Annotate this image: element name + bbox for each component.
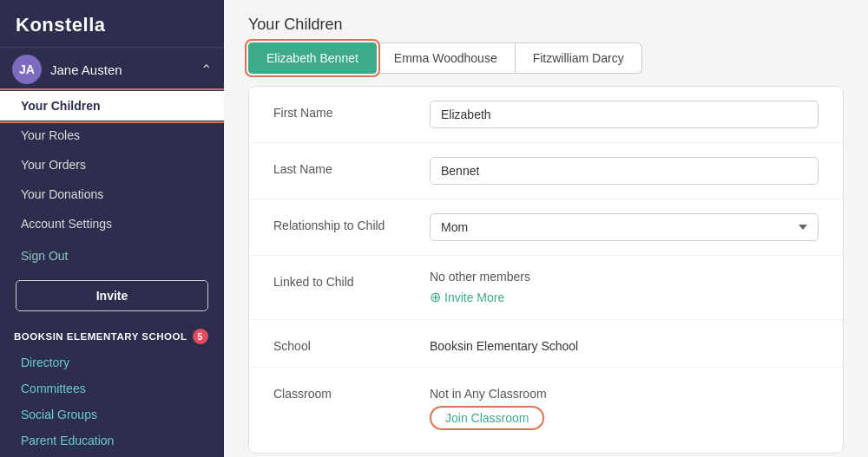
invite-more-link[interactable]: ⊕ Invite More <box>430 289 819 305</box>
relationship-select[interactable]: Mom Dad Guardian Other <box>430 213 819 241</box>
sidebar-link-join-classroom[interactable]: Join a Classroom <box>0 454 224 457</box>
invite-button[interactable]: Invite <box>16 280 208 311</box>
chevron-up-icon: ⌃ <box>201 62 212 78</box>
child-form-card: First Name Last Name Relationship to Chi… <box>248 86 844 454</box>
sidebar-item-your-roles[interactable]: Your Roles <box>0 121 224 150</box>
school-badge: 5 <box>193 329 208 344</box>
first-name-input[interactable] <box>430 101 819 128</box>
children-tabs: Elizabeth Bennet Emma Woodhouse Fitzwill… <box>224 42 868 74</box>
tab-fitzwilliam-darcy[interactable]: Fitzwilliam Darcy <box>516 42 642 74</box>
classroom-value: Not in Any Classroom Join Classroom <box>430 382 819 430</box>
first-name-value <box>430 101 819 128</box>
plus-circle-icon: ⊕ <box>430 289 441 305</box>
invite-more-text: Invite More <box>444 291 504 304</box>
school-row: School Booksin Elementary School <box>249 320 843 368</box>
sidebar-link-parent-education[interactable]: Parent Education <box>0 428 224 454</box>
sidebar-item-your-orders[interactable]: Your Orders <box>0 150 224 180</box>
sign-out-button[interactable]: Sign Out <box>0 240 224 271</box>
sidebar-item-your-donations[interactable]: Your Donations <box>0 180 224 209</box>
main-content: Your Children Elizabeth Bennet Emma Wood… <box>224 0 868 457</box>
school-name-text: Booksin Elementary School <box>430 334 819 353</box>
first-name-row: First Name <box>249 87 843 143</box>
tab-elizabeth-bennet[interactable]: Elizabeth Bennet <box>248 42 377 74</box>
avatar: JA <box>12 55 42 84</box>
user-name: Jane Austen <box>50 62 201 77</box>
join-classroom-link[interactable]: Join Classroom <box>430 406 544 430</box>
sidebar-link-committees[interactable]: Committees <box>0 375 224 402</box>
classroom-row: Classroom Not in Any Classroom Join Clas… <box>249 368 843 444</box>
relationship-value: Mom Dad Guardian Other <box>430 213 819 241</box>
sidebar-link-social-groups[interactable]: Social Groups <box>0 402 224 428</box>
linked-label: Linked to Child <box>273 270 430 289</box>
linked-row: Linked to Child No other members ⊕ Invit… <box>249 256 843 320</box>
first-name-label: First Name <box>273 101 430 120</box>
last-name-row: Last Name <box>249 143 843 199</box>
last-name-input[interactable] <box>430 157 819 185</box>
tab-emma-woodhouse[interactable]: Emma Woodhouse <box>377 42 516 74</box>
page-title: Your Children <box>224 0 868 42</box>
linked-value: No other members ⊕ Invite More <box>430 270 819 305</box>
sidebar: Konstella JA Jane Austen ⌃ Your Children… <box>0 0 224 457</box>
classroom-label: Classroom <box>273 382 430 401</box>
school-label: School <box>273 334 430 353</box>
sidebar-item-account-settings[interactable]: Account Settings <box>0 209 224 238</box>
action-bar: Delete Add Child Save <box>224 454 868 457</box>
last-name-value <box>430 157 819 185</box>
school-name: BOOKSIN ELEMENTARY SCHOOL <box>14 331 187 342</box>
no-members-text: No other members <box>430 270 819 284</box>
sidebar-item-your-children[interactable]: Your Children <box>0 91 224 121</box>
school-section-header: BOOKSIN ELEMENTARY SCHOOL 5 <box>0 320 224 349</box>
relationship-row: Relationship to Child Mom Dad Guardian O… <box>249 199 843 256</box>
app-logo: Konstella <box>0 0 224 47</box>
sidebar-link-directory[interactable]: Directory <box>0 349 224 375</box>
user-row[interactable]: JA Jane Austen ⌃ <box>0 47 224 91</box>
classroom-status-text: Not in Any Classroom <box>430 382 819 401</box>
last-name-label: Last Name <box>273 157 430 176</box>
relationship-label: Relationship to Child <box>273 213 430 232</box>
school-value: Booksin Elementary School <box>430 334 819 353</box>
